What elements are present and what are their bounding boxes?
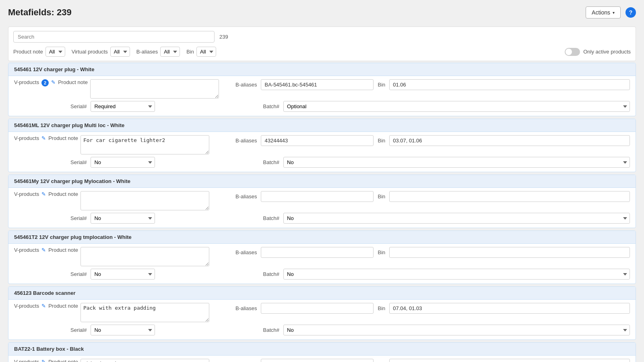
- product-note-textarea[interactable]: [90, 79, 219, 99]
- product-note-filter-label: Product note: [13, 49, 43, 55]
- left-section: V-products✎Product note: [14, 247, 231, 266]
- product-body: V-products✎Product noteB-aliasesBinSeria…: [8, 132, 636, 172]
- products-list: 545461 12V charger plug - WhiteV-product…: [8, 63, 636, 362]
- serial-select[interactable]: No: [91, 325, 155, 335]
- virtual-products-select[interactable]: All: [110, 47, 130, 57]
- right-section: B-aliasesBin: [235, 79, 630, 90]
- product-block: 456123 Barcode scannerV-products✎Product…: [8, 286, 636, 340]
- baliases-input[interactable]: [261, 247, 374, 258]
- product-row2: Serial#NoBatch#No: [14, 269, 630, 280]
- product-note-textarea[interactable]: [80, 191, 209, 210]
- filter-baliases: B-aliases All: [136, 47, 180, 57]
- vproducts-badge[interactable]: 2: [41, 79, 49, 86]
- product-row2: Serial#RequiredBatch#Optional: [14, 101, 630, 112]
- product-block: 545461ML 12V charger plug Multi loc - Wh…: [8, 119, 636, 172]
- product-header: 545461ML 12V charger plug Multi loc - Wh…: [8, 119, 636, 132]
- header-right: Actions ▾ ?: [586, 6, 636, 19]
- bin-input[interactable]: [389, 135, 630, 146]
- edit-icon[interactable]: ✎: [41, 303, 46, 309]
- serial-select[interactable]: Required: [91, 101, 155, 112]
- product-body: V-products✎Product noteB-aliasesBinSeria…: [8, 244, 636, 284]
- product-row1: V-products✎Product noteB-aliasesBin: [14, 303, 630, 322]
- product-body: V-products✎Product noteB-aliasesBinSeria…: [8, 188, 636, 228]
- serial-select[interactable]: No: [91, 157, 155, 168]
- product-row1: V-products2✎Product noteB-aliasesBin: [14, 79, 630, 99]
- baliases-filter-label: B-aliases: [136, 49, 158, 55]
- product-note-textarea[interactable]: [80, 359, 209, 362]
- baliases-label: B-aliases: [235, 249, 257, 255]
- edit-icon[interactable]: ✎: [51, 79, 56, 85]
- edit-icon[interactable]: ✎: [41, 247, 46, 253]
- bin-label: Bin: [378, 305, 385, 311]
- batch-select[interactable]: No: [283, 325, 630, 335]
- page-container: Metafields: 239 Actions ▾ ? 239 Product …: [0, 0, 644, 362]
- active-products-toggle-group: Only active products: [565, 48, 631, 56]
- count-badge: 239: [219, 34, 228, 40]
- baliases-input[interactable]: [261, 359, 374, 362]
- actions-label: Actions: [592, 9, 610, 16]
- vproducts-label: V-products: [14, 191, 39, 197]
- product-body: V-products✎Product noteB-aliasesBinSeria…: [8, 356, 636, 362]
- filter-product-note: Product note All: [13, 47, 65, 57]
- product-row1: V-products✎Product noteB-aliasesBin: [14, 247, 630, 266]
- bin-input[interactable]: [389, 247, 630, 258]
- actions-button[interactable]: Actions ▾: [586, 6, 621, 19]
- baliases-input[interactable]: [261, 135, 374, 146]
- page-title: Metafields: 239: [8, 7, 72, 18]
- batch-label: Batch#: [263, 103, 279, 109]
- product-note-textarea[interactable]: [80, 247, 209, 266]
- toolbar-filters: Product note All Virtual products All B-…: [13, 47, 631, 57]
- filter-virtual-products: Virtual products All: [72, 47, 130, 57]
- batch-select[interactable]: No: [283, 213, 630, 224]
- edit-icon[interactable]: ✎: [41, 191, 46, 197]
- bin-input[interactable]: [389, 79, 630, 90]
- baliases-input[interactable]: [261, 303, 374, 314]
- product-note-label: Product note: [48, 191, 78, 197]
- help-icon[interactable]: ?: [625, 7, 636, 18]
- bin-input[interactable]: [389, 191, 630, 202]
- search-input[interactable]: [13, 31, 215, 43]
- bin-label: Bin: [378, 249, 385, 255]
- batch-select[interactable]: Optional: [283, 101, 630, 112]
- baliases-input[interactable]: [261, 191, 374, 202]
- product-block: 545461My 12V charger plug Mylocation - W…: [8, 175, 636, 228]
- product-row1: V-products✎Product noteB-aliasesBin: [14, 359, 630, 362]
- product-header: 545461 12V charger plug - White: [8, 63, 636, 76]
- vproducts-label: V-products: [14, 79, 39, 85]
- serial-select[interactable]: No: [91, 269, 155, 280]
- serial-label: Serial#: [70, 215, 87, 221]
- left-section: V-products✎Product note: [14, 135, 231, 154]
- left-section: V-products2✎Product note: [14, 79, 231, 99]
- product-note-label: Product note: [48, 359, 78, 362]
- bin-input[interactable]: [389, 359, 630, 362]
- batch-select[interactable]: No: [283, 269, 630, 280]
- baliases-label: B-aliases: [235, 193, 257, 200]
- active-products-label: Only active products: [583, 49, 631, 55]
- product-note-textarea[interactable]: [80, 135, 209, 154]
- baliases-input[interactable]: [261, 79, 374, 90]
- serial-label: Serial#: [70, 327, 87, 333]
- batch-select[interactable]: No: [283, 157, 630, 168]
- serial-select[interactable]: No: [91, 213, 155, 224]
- product-header: 456123 Barcode scanner: [8, 287, 636, 300]
- virtual-products-filter-label: Virtual products: [72, 49, 108, 55]
- header: Metafields: 239 Actions ▾ ?: [8, 6, 636, 19]
- bin-label: Bin: [378, 193, 385, 200]
- product-block: 545461 12V charger plug - WhiteV-product…: [8, 63, 636, 116]
- bin-input[interactable]: [389, 303, 630, 314]
- bin-label: Bin: [378, 138, 385, 144]
- active-products-toggle[interactable]: [565, 48, 580, 56]
- product-header: BAT22-1 Battery box - Black: [8, 343, 636, 356]
- edit-icon[interactable]: ✎: [41, 359, 46, 362]
- batch-label: Batch#: [263, 327, 279, 333]
- edit-icon[interactable]: ✎: [41, 135, 46, 141]
- serial-label: Serial#: [70, 271, 87, 277]
- product-note-textarea[interactable]: [80, 303, 209, 322]
- baliases-label: B-aliases: [235, 305, 257, 311]
- product-note-label: Product note: [58, 79, 88, 85]
- product-note-select[interactable]: All: [45, 47, 65, 57]
- product-note-label: Product note: [48, 247, 78, 253]
- left-section: V-products✎Product note: [14, 191, 231, 210]
- baliases-select[interactable]: All: [160, 47, 180, 57]
- bin-select[interactable]: All: [196, 47, 216, 57]
